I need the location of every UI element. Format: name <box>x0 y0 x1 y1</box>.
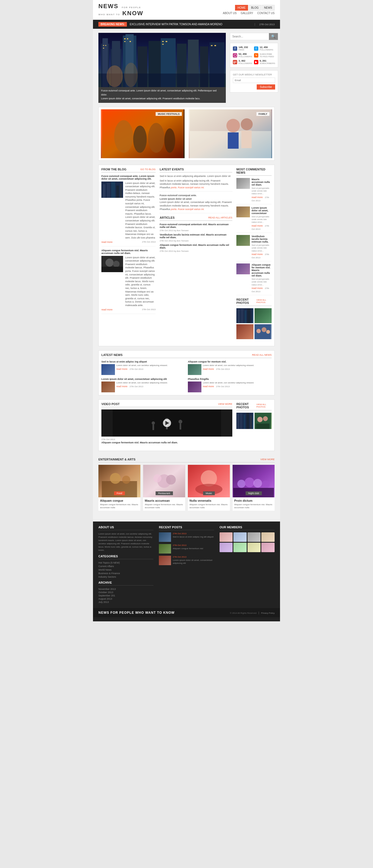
svg-point-74 <box>257 417 263 422</box>
read-all-news-link[interactable]: read all news <box>252 353 272 356</box>
blog-post-2-text: Lorem ipsum dolor sit amet, consectetuer… <box>125 256 156 307</box>
svg-rect-70 <box>244 414 245 429</box>
cat-hot-topics[interactable]: Hot Topics (5 NEW) <box>98 561 154 564</box>
member-3 <box>247 532 261 542</box>
breaking-text: EXCLUSIVE INTERVIEW WITH PATRIK TOMSON A… <box>130 23 250 26</box>
view-more-video-link[interactable]: view more <box>218 403 232 405</box>
cat-industry[interactable]: Industry Sectors <box>98 576 154 578</box>
svg-rect-17 <box>124 38 126 39</box>
svg-rect-54 <box>244 310 246 323</box>
commented-thumb-2 <box>236 207 250 217</box>
member-4 <box>261 532 275 542</box>
rss-icon: ∿ <box>254 53 258 58</box>
nav-blog[interactable]: BLOG <box>248 5 261 10</box>
archive-nov[interactable]: November 2013 <box>98 588 154 590</box>
blog-post-2-title: Aliquam congue fermentum nisl. Mauris ac… <box>101 249 156 254</box>
svg-point-49 <box>113 261 120 267</box>
news-1-readmore[interactable]: read more <box>116 368 127 370</box>
svg-rect-22 <box>166 41 167 42</box>
member-5 <box>219 543 233 552</box>
play-button[interactable] <box>163 419 171 427</box>
commented-thumb-4 <box>236 264 250 274</box>
entertainment-view-more-link[interactable]: view more <box>260 458 275 461</box>
news-thumb-3 <box>101 381 115 392</box>
go-to-blog-link[interactable]: go to blog <box>140 168 156 171</box>
nav-home[interactable]: HOME <box>235 5 248 10</box>
cat-world-news[interactable]: World News <box>98 568 154 571</box>
cat-current-affairs[interactable]: Current Affairs <box>98 565 154 568</box>
svg-rect-66 <box>180 424 181 430</box>
svg-rect-50 <box>101 267 123 272</box>
video-player[interactable] <box>101 409 232 437</box>
rp-thumb-2 <box>159 544 171 554</box>
nav-gallery[interactable]: GALLERY <box>241 12 253 14</box>
entertainment-section: ENTERTAINMENT & ARTS view more <box>98 455 275 514</box>
svg-point-80 <box>122 476 130 484</box>
svg-rect-18 <box>127 38 128 39</box>
news-thumb-1 <box>101 364 115 375</box>
news-2-readmore[interactable]: read more <box>203 368 214 370</box>
from-blog-col: FROM THE BLOG go to blog Fusce euismod c… <box>101 168 156 339</box>
news-3-readmore[interactable]: read more <box>116 385 127 388</box>
nav-secondary: ABOUT US GALLERY CONTACT US <box>223 12 275 14</box>
blog-section-title: FROM THE BLOG go to blog <box>101 168 156 173</box>
nav-about[interactable]: ABOUT US <box>223 12 237 14</box>
privacy-policy-link[interactable]: Privacy Policy <box>261 612 275 614</box>
event-2: Fusce euismod consequat ante. Lorem ipsu… <box>160 194 232 213</box>
archive-jul[interactable]: July 2013 <box>98 601 154 603</box>
footer-archive: November 2013 October 2013 September 201… <box>98 588 154 603</box>
photos-grid-2 <box>236 413 272 429</box>
family-card[interactable]: FAMILY <box>189 110 272 158</box>
archive-sep[interactable]: September 201 <box>98 594 154 597</box>
svg-rect-14 <box>103 45 104 46</box>
subscribe-button[interactable]: Subscribe <box>257 84 275 90</box>
ent-item-nightclub: Night club Proin dictum Aliquam congue f… <box>233 465 275 510</box>
blog-post-1-readmore[interactable]: read more <box>101 241 112 243</box>
ent-item-food: Food Aliquam congue Aliquam congue ferme… <box>98 465 140 510</box>
hero-image <box>98 33 226 87</box>
svg-point-32 <box>133 126 147 153</box>
commented-4-readmore[interactable]: read more <box>251 287 263 289</box>
facebook-stat: f 145, 232 FANS <box>233 46 252 51</box>
ent-img-music: Music <box>188 465 230 497</box>
svg-rect-23 <box>162 44 164 45</box>
ent-img-food: Food <box>98 465 140 497</box>
commented-2-readmore[interactable]: read more <box>251 224 263 227</box>
svg-point-39 <box>241 118 252 130</box>
news-item-3: Lorem ipsum dolor sit amet, consectetuer… <box>101 378 185 392</box>
view-all-photos-link-2[interactable]: view all photos <box>257 403 272 408</box>
googleplus-icon: g+ <box>233 60 237 64</box>
newsletter-email-input[interactable] <box>233 78 275 83</box>
commented-1-readmore[interactable]: read more <box>251 196 263 198</box>
read-all-articles-link[interactable]: read all articles <box>208 216 232 219</box>
family-label: FAMILY <box>257 112 269 116</box>
commented-3: Vestibulum iaculis lacinia estmsan nulla… <box>236 235 272 261</box>
music-festivals-card[interactable]: MUSIC FESTIVALS <box>101 110 184 158</box>
svg-rect-45 <box>116 186 119 198</box>
commented-section-title: MOST COMMENTED NEWS <box>236 168 272 176</box>
news-thumb-4 <box>188 381 201 392</box>
svg-point-84 <box>166 475 176 485</box>
news-thumb-2 <box>188 364 201 375</box>
member-8 <box>261 543 275 552</box>
search-button[interactable]: 🔍 <box>269 33 278 40</box>
svg-point-79 <box>110 473 121 484</box>
search-input[interactable] <box>230 33 269 40</box>
cat-business[interactable]: Business & Finance <box>98 572 154 575</box>
footer-grid: ABOUT US Lorem ipsum dolor sit amet, con… <box>98 526 275 604</box>
news-4-readmore[interactable]: read more <box>203 385 214 388</box>
nav-news[interactable]: NEWS <box>262 5 275 10</box>
blog-post-2-readmore[interactable]: read more <box>101 308 112 311</box>
news-4-date: 27th Oct 2013 <box>216 385 230 388</box>
view-all-photos-link[interactable]: view all photos <box>257 299 272 304</box>
photo-1 <box>236 308 253 323</box>
entertainment-grid: Food Aliquam congue Aliquam congue ferme… <box>98 465 275 510</box>
family-svg <box>189 110 272 158</box>
nav-contact[interactable]: CONTACT US <box>257 12 275 14</box>
rp-thumb-1 <box>159 532 171 542</box>
archive-aug[interactable]: August 2013 <box>98 597 154 600</box>
archive-oct[interactable]: October 2013 <box>98 591 154 594</box>
svg-point-48 <box>105 258 113 267</box>
svg-rect-42 <box>103 184 105 198</box>
commented-3-readmore[interactable]: read more <box>251 253 263 256</box>
